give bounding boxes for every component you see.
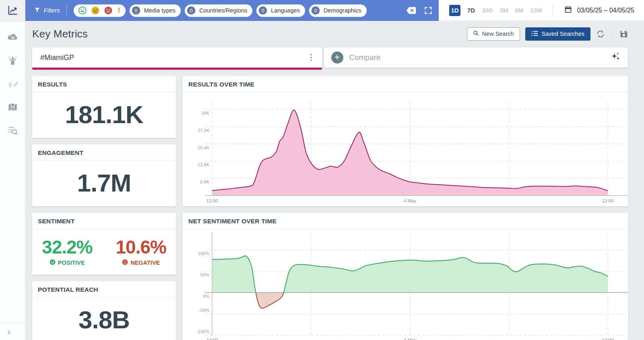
svg-text:100%: 100% [198,251,209,256]
influencer-person-icon [7,55,18,68]
charts-column: RESULTS OVER TIME 34K27.2K20.4K13.6K6.8K… [183,76,628,340]
demographics-pill[interactable]: 0 Demographics [309,4,367,17]
demographics-label: Demographics [324,7,361,14]
app-window: ♀♂ [0,0,644,340]
engagement-card: ENGAGEMENT 1.7M [32,144,176,206]
results-over-time-title: RESULTS OVER TIME [183,76,628,92]
search-topic-card[interactable]: #MiamiGP [32,47,322,70]
search-options-kebab-icon[interactable] [306,52,316,64]
range-7d-button[interactable]: 7D [467,7,475,14]
sidebar-item-themes[interactable] [4,124,21,138]
media-types-label: Media types [144,7,175,14]
range-1d-button[interactable]: 1D [449,5,460,16]
positive-face-icon[interactable] [78,6,87,15]
svg-text:50%: 50% [200,272,209,277]
sidebar-item-demographics[interactable]: ♀♂ [4,78,21,91]
sidebar: ♀♂ [0,0,25,340]
sentiment-filter-pill: ! [74,4,125,17]
saved-searches-button[interactable]: Saved Searches [525,27,590,41]
topbar-divider [66,5,67,16]
svg-text:27.2K: 27.2K [198,128,209,133]
saved-searches-label: Saved Searches [542,31,584,37]
clear-filters-backspace-icon[interactable] [406,7,416,14]
filters-bar: Filters [25,0,439,21]
engagement-card-title: ENGAGEMENT [32,144,176,161]
filters-button[interactable]: Filters [34,7,60,14]
time-range-group: 1D 7D 30D 3M 6M 13M [449,5,542,16]
svg-text:12:00: 12:00 [602,338,614,340]
new-search-label: New Search [482,31,514,37]
funnel-icon [34,7,40,14]
fullscreen-icon[interactable] [424,6,432,14]
sidebar-footer: › [0,322,25,340]
media-types-pill[interactable]: 0 Media types [130,4,181,17]
svg-text:20.4K: 20.4K [198,145,209,150]
alert-exclamation-icon[interactable]: ! [117,6,121,15]
range-30d-button[interactable]: 30D [482,7,493,14]
svg-text:4 May: 4 May [404,338,417,340]
metrics-column: RESULTS 181.1K ENGAGEMENT 1.7M SENTIMENT… [32,76,176,340]
svg-text:-100%: -100% [196,329,209,334]
potential-reach-card: POTENTIAL REACH 3.8B [32,281,176,340]
neutral-face-icon[interactable] [91,6,100,15]
metrics-grid: RESULTS 181.1K ENGAGEMENT 1.7M SENTIMENT… [32,76,628,340]
negative-sad-icon [122,259,128,266]
languages-pill[interactable]: 0 Languages [256,4,305,17]
negative-value: 10.6% [116,236,166,258]
gender-symbols-icon: ♀♂ [7,80,18,89]
main-area: Filters [25,0,644,340]
sidebar-nav: ♀♂ [0,22,25,138]
sparkles-ai-icon[interactable] [610,52,621,64]
content: Key Metrics New Search [25,21,644,340]
potential-reach-value: 3.8B [32,297,176,340]
topbar: Filters [25,0,644,21]
range-3m-button[interactable]: 3M [500,7,508,14]
positive-label: POSITIVE [58,260,85,266]
actions-divider [612,28,613,39]
date-divider [553,4,553,16]
page-title: Key Metrics [32,28,88,40]
trend-chart-icon [6,4,19,18]
svg-text:13.6K: 13.6K [198,162,209,167]
svg-text:6.8K: 6.8K [200,179,209,184]
results-card-title: RESULTS [32,76,176,92]
negative-label-row: NEGATIVE [116,259,166,266]
sidebar-item-world-map[interactable] [4,101,21,115]
negative-face-icon[interactable] [104,6,113,15]
search-magnifier-icon [473,30,479,37]
sentiment-card-title: SENTIMENT [32,213,176,229]
compare-card[interactable]: + Compare [324,47,628,68]
positive-smiley-icon [50,259,56,266]
positive-label-row: POSITIVE [42,259,92,266]
date-range-picker[interactable]: 03/05/25 – 04/05/25 [564,6,634,15]
results-over-time-chart: 34K27.2K20.4K13.6K6.8K12:004 May12:00 [183,92,628,206]
filters-label: Filters [44,7,60,14]
list-icon [531,31,538,37]
timerange-bar: 1D 7D 30D 3M 6M 13M [439,0,644,21]
range-6m-button[interactable]: 6M [515,7,524,14]
header-actions: New Search Saved Searches [467,27,628,41]
sidebar-item-word-cloud[interactable] [4,31,21,45]
date-range-text: 03/05/25 – 04/05/25 [577,7,634,14]
add-compare-plus-icon[interactable]: + [331,52,343,64]
refresh-icon[interactable] [596,29,605,39]
sentiment-positive-block: 32.2% POSITIVE [42,236,92,266]
svg-text:12:00: 12:00 [206,338,218,340]
countries-count-badge: 0 [186,6,196,15]
media-types-count-badge: 0 [131,6,141,15]
results-over-time-card: RESULTS OVER TIME 34K27.2K20.4K13.6K6.8K… [183,76,628,206]
new-search-button[interactable]: New Search [467,27,520,41]
sentiment-body: 32.2% POSITIVE [32,229,176,275]
sidebar-expand-chevron-icon[interactable]: › [8,327,10,336]
save-icon[interactable] [619,30,628,38]
sidebar-item-key-metrics[interactable] [0,0,25,22]
sidebar-item-influencers[interactable] [4,54,21,68]
range-13m-button[interactable]: 13M [530,7,542,14]
calendar-icon [564,6,572,15]
languages-label: Languages [271,7,300,14]
search-query-text[interactable]: #MiamiGP [40,54,306,62]
countries-regions-pill[interactable]: 0 Countries/Regions [185,4,252,17]
positive-value: 32.2% [42,236,92,258]
demographics-count-badge: 0 [311,6,320,15]
potential-reach-card-title: POTENTIAL REACH [32,281,176,297]
